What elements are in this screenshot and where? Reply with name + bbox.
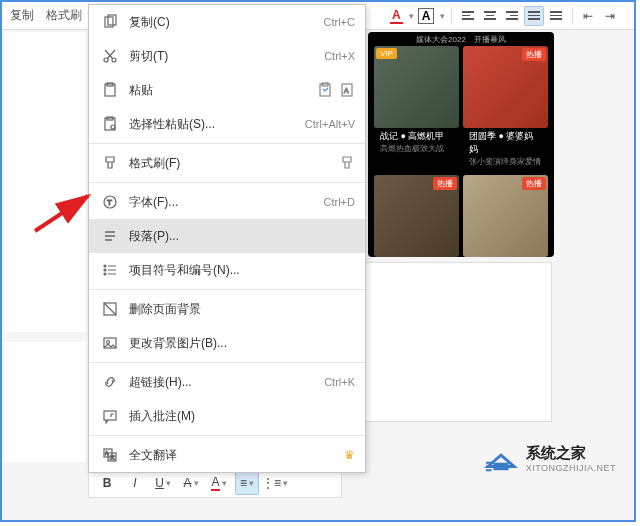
left-panel-2 [4, 342, 86, 462]
crown-icon: ♛ [344, 448, 355, 462]
highlight-icon[interactable]: A [418, 8, 435, 24]
menu-font[interactable]: T 字体(F)... Ctrl+D [89, 185, 365, 219]
annotation-arrow [30, 186, 100, 236]
paragraph-icon [99, 228, 121, 244]
svg-point-12 [111, 125, 115, 129]
menu-hyperlink[interactable]: 超链接(H)... Ctrl+K [89, 365, 365, 399]
svg-text:T: T [107, 198, 112, 207]
align-select-icon[interactable]: ≡▾ [235, 471, 259, 495]
video-card-2[interactable]: 热播 [463, 46, 548, 128]
italic-icon[interactable]: I [123, 471, 147, 495]
menu-paragraph[interactable]: 段落(P)... [89, 219, 365, 253]
format-brush-icon [99, 155, 121, 171]
align-left-icon[interactable] [458, 6, 478, 26]
menu-cut[interactable]: 剪切(T) Ctrl+X [89, 39, 365, 73]
menu-bullets[interactable]: 项目符号和编号(N)... [89, 253, 365, 287]
video-card-4[interactable]: 热播 [463, 175, 548, 257]
svg-rect-26 [493, 463, 508, 471]
svg-point-15 [104, 265, 106, 267]
comment-icon [99, 408, 121, 424]
link-icon [99, 374, 121, 390]
image-icon [99, 335, 121, 351]
clear-bg-icon [99, 301, 121, 317]
align-right-icon[interactable] [502, 6, 522, 26]
copy-icon [99, 14, 121, 30]
brush-extra-icon [339, 155, 355, 171]
menu-comment[interactable]: 插入批注(M) [89, 399, 365, 433]
left-panel [4, 32, 86, 332]
video-card-3[interactable]: 热播 [374, 175, 459, 257]
video-tab-1[interactable]: 媒体大会2022 [416, 34, 466, 45]
paste-icon [99, 82, 121, 98]
align-justify-icon[interactable] [524, 6, 544, 26]
toolbar-copy[interactable]: 复制 [6, 7, 38, 24]
cut-icon [99, 48, 121, 64]
toolbar-format[interactable]: 格式刷 [42, 7, 86, 24]
svg-text:文: 文 [110, 454, 115, 460]
font-color-icon-2[interactable]: A▾ [207, 471, 231, 495]
paste-special-icon [99, 116, 121, 132]
indent-increase-icon[interactable]: ⇥ [601, 7, 619, 25]
menu-paste[interactable]: 粘贴 A [89, 73, 365, 107]
bold-icon[interactable]: B [95, 471, 119, 495]
menu-clear-bg[interactable]: 删除页面背景 [89, 292, 365, 326]
video-panel: 媒体大会2022 开播暴风 VIP 战记 ● 高燃机甲 高燃热血极致大战 热播 … [368, 32, 554, 257]
underline-icon[interactable]: U▾ [151, 471, 175, 495]
video-card-1[interactable]: VIP [374, 46, 459, 128]
menu-format-brush[interactable]: 格式刷(F) [89, 146, 365, 180]
indent-decrease-icon[interactable]: ⇤ [579, 7, 597, 25]
svg-point-16 [104, 269, 106, 271]
svg-point-20 [107, 341, 110, 344]
menu-copy[interactable]: 复制(C) Ctrl+C [89, 5, 365, 39]
svg-rect-21 [104, 411, 116, 420]
menu-paste-special[interactable]: 选择性粘贴(S)... Ctrl+Alt+V [89, 107, 365, 141]
watermark: 系统之家 XITONGZHIJIA.NET [482, 442, 616, 474]
context-menu: 复制(C) Ctrl+C 剪切(T) Ctrl+X 粘贴 A 选择性粘贴(S).… [88, 4, 366, 473]
align-center-icon[interactable] [480, 6, 500, 26]
strike-icon[interactable]: A▾ [179, 471, 203, 495]
menu-change-bg[interactable]: 更改背景图片(B)... [89, 326, 365, 360]
bullets-icon[interactable]: ⋮≡▾ [263, 471, 287, 495]
watermark-logo-icon [482, 442, 520, 474]
svg-point-17 [104, 273, 106, 275]
list-icon [99, 262, 121, 278]
paste-options[interactable]: A [317, 82, 355, 98]
font-icon: T [99, 194, 121, 210]
align-group [458, 6, 566, 26]
menu-translate[interactable]: A文 全文翻译 ♛ [89, 438, 365, 472]
translate-icon: A文 [99, 447, 121, 463]
video-tab-2[interactable]: 开播暴风 [474, 34, 506, 45]
svg-text:A: A [344, 87, 349, 94]
align-distribute-icon[interactable] [546, 6, 566, 26]
font-color-icon[interactable]: A [390, 8, 403, 24]
